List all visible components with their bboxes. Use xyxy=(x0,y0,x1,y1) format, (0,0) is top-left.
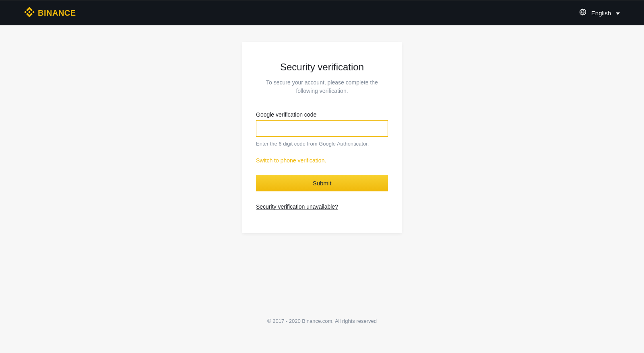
brand-logo[interactable]: BINANCE xyxy=(24,7,76,19)
footer: © 2017 - 2020 Binance.com. All rights re… xyxy=(0,318,644,324)
switch-verification-link[interactable]: Switch to phone verification. xyxy=(256,157,388,164)
code-helper-text: Enter the 6 digit code from Google Authe… xyxy=(256,141,388,147)
verification-card: Security verification To secure your acc… xyxy=(242,42,402,233)
globe-icon xyxy=(579,8,586,17)
verification-unavailable-link[interactable]: Security verification unavailable? xyxy=(256,203,388,210)
submit-button[interactable]: Submit xyxy=(256,175,388,191)
code-field-label: Google verification code xyxy=(256,111,388,118)
verification-code-input[interactable] xyxy=(256,120,388,137)
copyright-text: © 2017 - 2020 Binance.com. All rights re… xyxy=(267,318,377,324)
card-title: Security verification xyxy=(256,62,388,73)
main-content: Security verification To secure your acc… xyxy=(0,25,644,233)
brand-text: BINANCE xyxy=(38,8,76,18)
chevron-down-icon xyxy=(616,9,620,16)
language-label: English xyxy=(591,10,611,16)
binance-logo-icon xyxy=(24,7,35,19)
card-subtitle: To secure your account, please complete … xyxy=(256,78,388,95)
language-selector[interactable]: English xyxy=(579,8,620,17)
header: BINANCE English xyxy=(0,0,644,25)
